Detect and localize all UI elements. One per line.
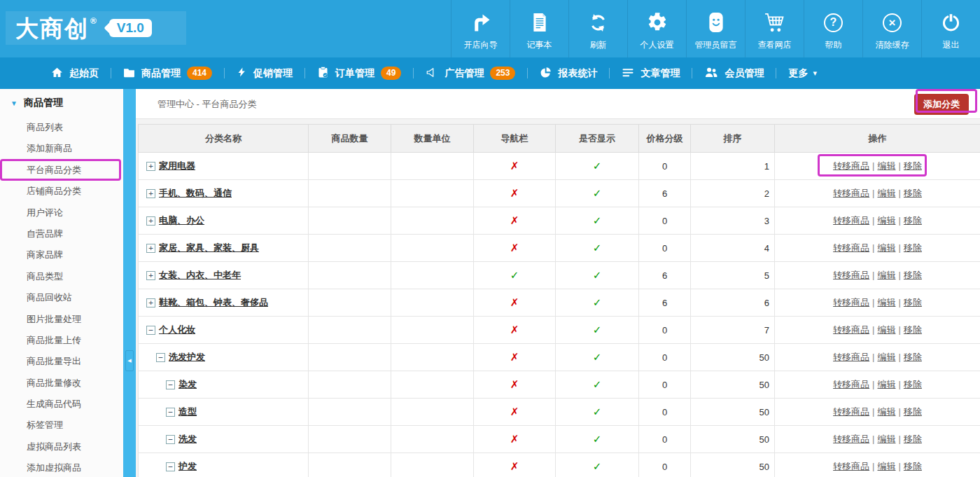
transfer-goods-link[interactable]: 转移商品 bbox=[833, 188, 869, 198]
nav-item-promotion-management[interactable]: 促销管理 bbox=[225, 66, 304, 81]
edit-link[interactable]: 编辑 bbox=[878, 215, 896, 226]
tool-clear-cache[interactable]: × 清除缓存 bbox=[862, 0, 921, 57]
sidebar-item-batch-modify[interactable]: 商品批量修改 bbox=[0, 373, 123, 394]
collapse-toggle[interactable]: − bbox=[166, 462, 175, 471]
nav-item-ad-management[interactable]: 广告管理 253 bbox=[414, 67, 527, 81]
transfer-goods-link[interactable]: 转移商品 bbox=[833, 160, 869, 171]
tool-admin-messages[interactable]: 管理员留言 bbox=[686, 0, 745, 57]
sidebar-item-platform-categories[interactable]: 平台商品分类 bbox=[0, 160, 123, 181]
category-link[interactable]: 手机、数码、通信 bbox=[159, 187, 232, 200]
expand-toggle[interactable]: + bbox=[146, 244, 155, 253]
sidebar-item-add-goods[interactable]: 添加新商品 bbox=[0, 138, 123, 159]
tool-view-store[interactable]: 查看网店 bbox=[745, 0, 804, 57]
collapse-toggle[interactable]: − bbox=[156, 353, 165, 362]
category-link[interactable]: 个人化妆 bbox=[159, 324, 195, 336]
add-category-button[interactable]: 添加分类 bbox=[914, 94, 969, 115]
nav-item-report-statistics[interactable]: 报表统计 bbox=[528, 67, 609, 81]
sidebar-item-user-comments[interactable]: 用户评论 bbox=[0, 202, 123, 223]
sidebar-item-store-categories[interactable]: 店铺商品分类 bbox=[0, 181, 123, 202]
category-link[interactable]: 洗发护发 bbox=[169, 351, 205, 364]
transfer-goods-link[interactable]: 转移商品 bbox=[833, 215, 869, 226]
remove-link[interactable]: 移除 bbox=[904, 215, 922, 226]
expand-toggle[interactable]: + bbox=[146, 298, 155, 307]
edit-link[interactable]: 编辑 bbox=[878, 352, 896, 362]
tool-shop-wizard[interactable]: 开店向导 bbox=[451, 0, 510, 57]
sidebar-item-goods-list[interactable]: 商品列表 bbox=[0, 117, 123, 138]
remove-link[interactable]: 移除 bbox=[904, 297, 922, 307]
category-link[interactable]: 造型 bbox=[178, 406, 197, 418]
remove-link[interactable]: 移除 bbox=[904, 461, 922, 471]
remove-link[interactable]: 移除 bbox=[904, 434, 922, 444]
nav-item-home[interactable]: 起始页 bbox=[39, 67, 111, 81]
nav-item-order-management[interactable]: 订单管理 49 bbox=[305, 66, 413, 81]
remove-link[interactable]: 移除 bbox=[904, 379, 922, 389]
nav-item-member-management[interactable]: 会员管理 bbox=[692, 67, 776, 80]
expand-toggle[interactable]: + bbox=[146, 189, 155, 198]
sidebar-item-virtual-goods-list[interactable]: 虚拟商品列表 bbox=[0, 436, 123, 457]
transfer-goods-link[interactable]: 转移商品 bbox=[833, 270, 869, 280]
category-link[interactable]: 家用电器 bbox=[159, 160, 195, 172]
nav-item-goods-management[interactable]: 商品管理 414 bbox=[111, 67, 224, 81]
nav-item-article-management[interactable]: 文章管理 bbox=[610, 67, 692, 80]
sidebar-section-goods-management[interactable]: ▼ 商品管理 bbox=[0, 89, 123, 117]
turn-right-arrow-icon bbox=[470, 8, 491, 36]
remove-link[interactable]: 移除 bbox=[904, 352, 922, 362]
transfer-goods-link[interactable]: 转移商品 bbox=[833, 297, 869, 307]
category-link[interactable]: 染发 bbox=[178, 378, 197, 391]
tool-help[interactable]: ? 帮助 bbox=[804, 0, 862, 57]
transfer-goods-link[interactable]: 转移商品 bbox=[833, 324, 869, 335]
edit-link[interactable]: 编辑 bbox=[878, 379, 896, 389]
expand-toggle[interactable]: + bbox=[146, 216, 155, 226]
tool-personal-settings[interactable]: 个人设置 bbox=[627, 0, 686, 57]
sidebar-item-image-batch[interactable]: 图片批量处理 bbox=[0, 309, 123, 330]
edit-link[interactable]: 编辑 bbox=[878, 188, 896, 198]
collapse-toggle[interactable]: − bbox=[166, 435, 175, 444]
transfer-goods-link[interactable]: 转移商品 bbox=[833, 242, 869, 253]
remove-link[interactable]: 移除 bbox=[904, 270, 922, 280]
remove-link[interactable]: 移除 bbox=[904, 242, 922, 253]
sidebar-collapse-handle[interactable]: ◀ bbox=[125, 350, 134, 371]
remove-link[interactable]: 移除 bbox=[904, 324, 922, 335]
category-link[interactable]: 女装、内衣、中老年 bbox=[159, 269, 241, 282]
edit-link[interactable]: 编辑 bbox=[878, 324, 896, 335]
sidebar-item-batch-export[interactable]: 商品批量导出 bbox=[0, 351, 123, 372]
category-link[interactable]: 护发 bbox=[178, 460, 197, 473]
edit-link[interactable]: 编辑 bbox=[878, 406, 896, 417]
edit-link[interactable]: 编辑 bbox=[878, 242, 896, 253]
sidebar-item-tag-management[interactable]: 标签管理 bbox=[0, 415, 123, 436]
collapse-toggle[interactable]: − bbox=[166, 380, 175, 389]
sidebar-item-generate-code[interactable]: 生成商品代码 bbox=[0, 394, 123, 415]
edit-link[interactable]: 编辑 bbox=[878, 461, 896, 471]
navbar-flag: ✗ bbox=[510, 214, 519, 226]
sidebar-item-self-brands[interactable]: 自营品牌 bbox=[0, 223, 123, 244]
edit-link[interactable]: 编辑 bbox=[878, 434, 896, 444]
sidebar-item-goods-types[interactable]: 商品类型 bbox=[0, 266, 123, 287]
category-link[interactable]: 家居、家具、家装、厨具 bbox=[159, 242, 259, 254]
edit-link[interactable]: 编辑 bbox=[878, 270, 896, 280]
collapse-toggle[interactable]: − bbox=[166, 408, 175, 417]
tool-refresh[interactable]: 刷新 bbox=[568, 0, 627, 57]
category-link[interactable]: 电脑、办公 bbox=[159, 214, 204, 227]
category-link[interactable]: 洗发 bbox=[178, 433, 197, 445]
category-link[interactable]: 鞋靴、箱包、钟表、奢侈品 bbox=[159, 296, 268, 309]
remove-link[interactable]: 移除 bbox=[904, 188, 922, 198]
transfer-goods-link[interactable]: 转移商品 bbox=[833, 406, 869, 417]
remove-link[interactable]: 移除 bbox=[904, 406, 922, 417]
transfer-goods-link[interactable]: 转移商品 bbox=[833, 461, 869, 471]
transfer-goods-link[interactable]: 转移商品 bbox=[833, 434, 869, 444]
transfer-goods-link[interactable]: 转移商品 bbox=[833, 352, 869, 362]
sidebar-item-merchant-brands[interactable]: 商家品牌 bbox=[0, 244, 123, 265]
expand-toggle[interactable]: + bbox=[146, 162, 155, 171]
tool-logout[interactable]: 退出 bbox=[921, 0, 980, 57]
remove-link[interactable]: 移除 bbox=[904, 160, 922, 171]
nav-item-more[interactable]: 更多 ▾ bbox=[776, 67, 829, 80]
sidebar-item-batch-upload[interactable]: 商品批量上传 bbox=[0, 330, 123, 351]
sidebar-item-add-virtual-goods[interactable]: 添加虚拟商品 bbox=[0, 457, 123, 477]
edit-link[interactable]: 编辑 bbox=[878, 297, 896, 307]
transfer-goods-link[interactable]: 转移商品 bbox=[833, 379, 869, 389]
sidebar-item-recycle-bin[interactable]: 商品回收站 bbox=[0, 287, 123, 308]
collapse-toggle[interactable]: − bbox=[146, 326, 155, 335]
expand-toggle[interactable]: + bbox=[146, 271, 155, 280]
tool-notepad[interactable]: 记事本 bbox=[510, 0, 568, 57]
edit-link[interactable]: 编辑 bbox=[878, 160, 896, 171]
